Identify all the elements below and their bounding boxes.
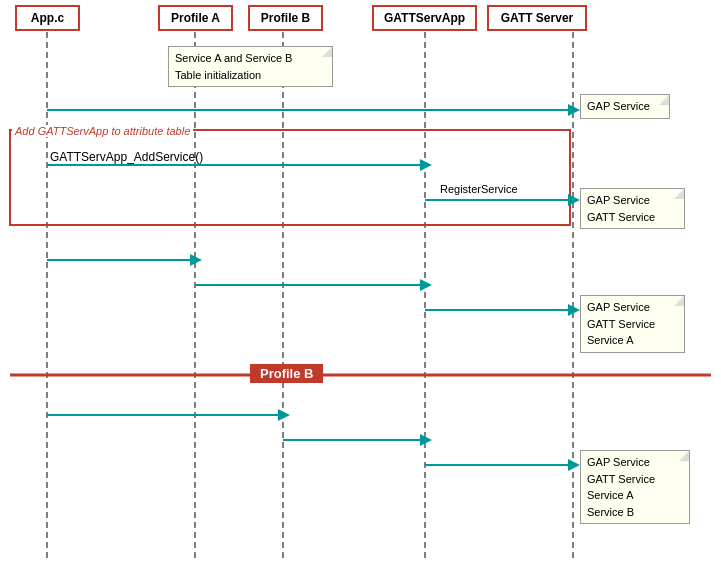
svg-marker-17	[568, 304, 580, 316]
note-serviceAB-init: Service A and Service BTable initializat…	[168, 46, 333, 87]
actor-gattserver: GATT Server	[487, 5, 587, 31]
actor-profileB: Profile B	[248, 5, 323, 31]
profile-b-divider-label: Profile B	[250, 364, 323, 383]
svg-marker-15	[420, 279, 432, 291]
note-gap-gatt-serviceA: GAP ServiceGATT ServiceService A	[580, 295, 685, 353]
svg-marker-22	[420, 434, 432, 446]
svg-rect-7	[10, 130, 570, 225]
svg-marker-11	[568, 194, 580, 206]
svg-marker-6	[568, 104, 580, 116]
svg-marker-9	[420, 159, 432, 171]
sequence-diagram: App.c Profile A Profile B GATTServApp GA…	[0, 0, 721, 564]
note-gap-service-1: GAP Service	[580, 94, 670, 119]
note-gap-gatt-serviceA-serviceB: GAP ServiceGATT ServiceService AService …	[580, 450, 690, 524]
register-service-label: RegisterService	[440, 183, 518, 195]
note-gap-gatt-service: GAP ServiceGATT Service	[580, 188, 685, 229]
actor-profileA: Profile A	[158, 5, 233, 31]
actor-gattservapp: GATTServApp	[372, 5, 477, 31]
svg-marker-13	[190, 254, 202, 266]
svg-marker-20	[278, 409, 290, 421]
svg-marker-24	[568, 459, 580, 471]
region-add-gatt-label: Add GATTServApp to attribute table	[12, 125, 193, 137]
actor-app: App.c	[15, 5, 80, 31]
addservice-call-label: GATTServApp_AddService()	[50, 150, 203, 164]
